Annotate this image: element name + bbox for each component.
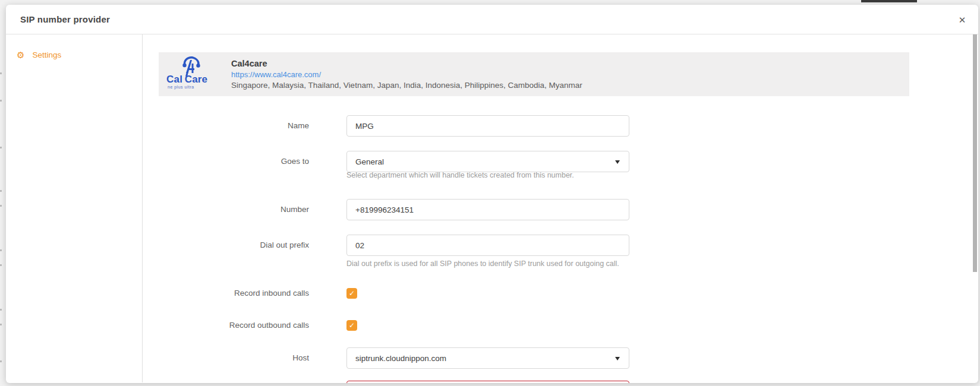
goes-to-label: Goes to: [143, 151, 309, 172]
page-behind-artifact: [0, 264, 2, 266]
background-dark-bar: [861, 0, 917, 2]
provider-banner: Cal Care ne plus ultra Cal4care https://…: [159, 52, 909, 96]
goes-to-helper: Select department which will handle tick…: [346, 171, 574, 179]
phone-handset-icon: [178, 55, 203, 75]
record-outbound-label: Record outbound calls: [143, 320, 309, 331]
record-inbound-checkbox[interactable]: ✓: [346, 288, 357, 299]
provider-name: Cal4care: [231, 59, 582, 68]
close-icon[interactable]: ✕: [954, 12, 970, 28]
page-behind-artifact: [0, 249, 2, 251]
number-label: Number: [143, 199, 309, 220]
check-icon: ✓: [349, 290, 355, 297]
check-icon: ✓: [349, 322, 355, 329]
error-field-partial[interactable]: [346, 381, 629, 383]
cal4care-logo: Cal Care ne plus ultra: [165, 55, 216, 93]
provider-countries: Singapore, Malaysia, Thailand, Vietnam, …: [231, 81, 582, 90]
page-behind-artifact: [0, 100, 2, 102]
provider-url-link[interactable]: https://www.cal4care.com/: [231, 70, 582, 79]
host-select[interactable]: siptrunk.cloudnippon.com: [346, 347, 629, 369]
caret-down-icon: [615, 160, 620, 164]
sip-number-provider-dialog: SIP number provider ✕ ⚙ Settings: [6, 5, 978, 383]
goes-to-value: General: [355, 157, 384, 166]
name-input[interactable]: [346, 115, 629, 137]
page-behind-artifact: [0, 324, 2, 325]
dial-out-prefix-helper: Dial out prefix is used for all SIP phon…: [346, 260, 619, 268]
provider-info: Cal4care https://www.cal4care.com/ Singa…: [231, 59, 582, 90]
record-outbound-checkbox[interactable]: ✓: [346, 320, 357, 331]
gear-icon: ⚙: [17, 50, 24, 59]
name-label: Name: [143, 115, 309, 137]
dialog-title: SIP number provider: [20, 14, 110, 24]
vertical-scrollbar[interactable]: [973, 34, 977, 272]
dial-out-prefix-input[interactable]: [346, 235, 629, 256]
goes-to-select[interactable]: General: [346, 151, 629, 172]
settings-panel: Cal Care ne plus ultra Cal4care https://…: [143, 34, 978, 382]
page-behind-artifact: [0, 360, 2, 362]
sidebar-item-settings[interactable]: ⚙ Settings: [6, 48, 142, 62]
page-behind-artifact: [0, 309, 2, 311]
caret-down-icon: [615, 357, 620, 360]
page-behind-artifact: [0, 205, 2, 207]
dialog-body: ⚙ Settings Cal Care ne plus ultr: [6, 34, 978, 382]
host-value: siptrunk.cloudnippon.com: [355, 354, 446, 363]
logo-tagline: ne plus ultra: [168, 85, 194, 89]
dialog-header: SIP number provider ✕: [6, 5, 978, 34]
number-input[interactable]: [346, 199, 629, 220]
dial-out-prefix-label: Dial out prefix: [143, 235, 309, 256]
sidebar-item-label: Settings: [32, 50, 61, 59]
page-behind-artifact: [0, 72, 2, 74]
dialog-sidebar: ⚙ Settings: [6, 34, 143, 382]
page-behind-artifact: [0, 190, 2, 192]
host-label: Host: [143, 347, 309, 369]
record-inbound-label: Record inbound calls: [143, 288, 309, 299]
page-behind-artifact: [0, 147, 2, 148]
